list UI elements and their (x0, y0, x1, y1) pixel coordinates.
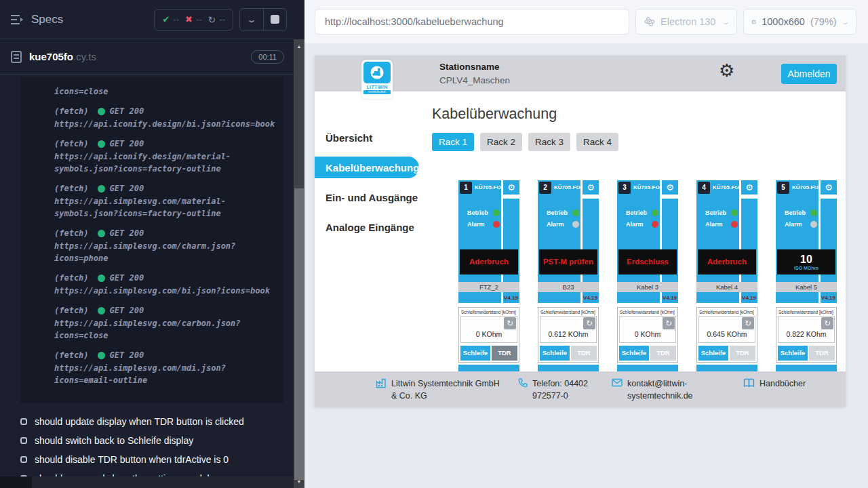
refresh-icon[interactable]: ↻ (583, 317, 595, 329)
url-input[interactable] (315, 9, 629, 35)
test-item[interactable]: should disable TDR button when tdrActive… (20, 450, 294, 469)
cable-name: FTZ_2 (458, 282, 519, 292)
test-title: should disable TDR button when tdrActive… (35, 454, 229, 465)
logo-subtext: SYSTEMTECHNIK (363, 90, 391, 94)
success-dot-icon (98, 140, 105, 148)
request-url: https://api.simplesvg.com/material-symbo… (54, 195, 279, 220)
tdr-button[interactable]: TDR (650, 346, 676, 361)
resistance-display: ↻0 KOhm (460, 316, 517, 343)
status-message: Aderbruch (469, 258, 509, 266)
test-stats: ✔-- ✖-- ↻-- (154, 9, 233, 30)
schleife-button[interactable]: Schleife (619, 346, 649, 361)
device-settings-gear-icon[interactable]: ⚙ (741, 180, 757, 195)
reporter-header: Specs ✔-- ✖-- ↻-- ⌄ (0, 0, 294, 39)
schleife-button[interactable]: Schleife (460, 346, 490, 361)
check-icon: ✔ (162, 14, 170, 24)
stop-icon (271, 15, 279, 24)
slot-number-badge: 3 (618, 182, 631, 194)
test-state-icon (20, 437, 27, 444)
cable-name: B23 (538, 282, 599, 292)
test-item[interactable]: should update display when TDR button is… (20, 412, 294, 431)
refresh-icon[interactable]: ↻ (742, 317, 754, 329)
device-settings-gear-icon[interactable]: ⚙ (662, 180, 678, 195)
network-log-entry: (fetch)GET 200https://api.simplesvg.com/… (54, 228, 279, 264)
schleife-button[interactable]: Schleife (778, 346, 808, 361)
resistance-value: 0 KOhm (620, 330, 675, 338)
device-model-label: KÜ705-FO (633, 184, 660, 190)
viewport-selector[interactable]: 1000x660 (79%) ⌄ (743, 9, 856, 35)
sidebar-item[interactable]: Kabelüberwachung (315, 157, 419, 178)
request-url: https://api.simplesvg.com/mdi.json?icons… (54, 362, 279, 386)
horizontal-scrollbar-thumb[interactable] (0, 476, 32, 488)
sidebar-item[interactable]: Ein- und Ausgänge (315, 186, 419, 208)
refresh-icon[interactable]: ↻ (504, 317, 516, 329)
browser-name: Electron 130 (660, 16, 715, 27)
betrieb-label: Betrieb (785, 209, 808, 216)
betrieb-label: Betrieb (705, 209, 729, 216)
resistance-display: ↻0.645 KOhm (698, 316, 755, 343)
specs-menu-icon[interactable] (11, 14, 24, 25)
collapse-button[interactable]: ⌄ (240, 9, 263, 30)
ruler-icon (752, 18, 756, 26)
tdr-button[interactable]: TDR (809, 346, 835, 361)
specs-label[interactable]: Specs (31, 13, 63, 26)
footer-manuals[interactable]: Handbücher (743, 378, 806, 390)
rack-tab[interactable]: Rack 1 (432, 133, 474, 151)
firmware-version: V4.19 (662, 292, 678, 303)
footer-phone: Telefon: 04402 972577-0 (518, 378, 597, 402)
sidebar-item[interactable]: Übersicht (315, 127, 419, 148)
reporter-vertical-scrollbar[interactable]: ▲ ▼ (294, 0, 304, 488)
resistance-display: ↻0 KOhm (619, 316, 676, 343)
rack-tab[interactable]: Rack 3 (528, 133, 570, 151)
sidebar-item[interactable]: Analoge Eingänge (315, 216, 419, 238)
network-log-entry: icons=close (54, 85, 279, 98)
stop-run-button[interactable] (263, 9, 286, 30)
http-status: GET 200 (110, 273, 144, 283)
refresh-icon[interactable]: ↻ (663, 317, 675, 329)
http-status: GET 200 (110, 106, 144, 116)
spec-file-row[interactable]: kue705fo.cy.ts 00:11 (0, 39, 294, 75)
device-card: 2KÜ705-FO⚙BetriebAlarmPST-M prüfenB23V4.… (538, 180, 599, 371)
http-status: GET 200 (110, 228, 144, 238)
settings-gear-icon[interactable]: ⚙ (719, 62, 734, 79)
fetch-prefix: (fetch) (54, 106, 89, 116)
book-icon (743, 378, 755, 388)
stat-failed: ✖-- (185, 14, 202, 24)
station-info: Stationsname CPLV4_Maschen (439, 62, 510, 85)
resistance-panel: Schleifenwiderstand [kOhm]↻0.612 KOhmSch… (538, 307, 599, 363)
horizontal-scrollbar[interactable] (0, 476, 294, 488)
device-settings-gear-icon[interactable]: ⚙ (583, 180, 599, 195)
resistance-panel: Schleifenwiderstand [kOhm]↻0 KOhmSchleif… (617, 307, 678, 363)
alarm-label: Alarm (626, 221, 650, 228)
scrollbar-thumb[interactable] (294, 188, 304, 480)
tdr-button[interactable]: TDR (730, 346, 755, 361)
device-settings-gear-icon[interactable]: ⚙ (821, 180, 837, 195)
logo-text: LITTWIN (363, 85, 391, 89)
status-message: Erdschluss (627, 258, 669, 266)
request-url: https://api.simplesvg.com/bi.json?icons=… (54, 285, 279, 297)
schleife-button[interactable]: Schleife (540, 346, 570, 361)
scroll-up-arrow-icon[interactable]: ▲ (294, 41, 304, 52)
refresh-icon[interactable]: ↻ (821, 317, 833, 329)
request-url: https://api.iconify.design/bi.json?icons… (54, 118, 279, 130)
test-item[interactable]: should switch back to Schleife display (20, 431, 294, 450)
chevron-down-icon: ⌄ (246, 15, 257, 24)
success-dot-icon (98, 185, 105, 192)
rack-tab[interactable]: Rack 2 (480, 133, 522, 151)
schleife-button[interactable]: Schleife (698, 346, 728, 361)
resistance-display: ↻0.612 KOhm (540, 316, 597, 343)
alarm-led (572, 221, 579, 228)
http-status: GET 200 (110, 306, 144, 315)
cypress-reporter-panel: Specs ✔-- ✖-- ↻-- ⌄ kue705fo.cy.ts 00:11… (0, 0, 294, 488)
footer-email: kontakt@littwin-systemtechnik.de (612, 378, 696, 402)
alarm-label: Alarm (547, 221, 570, 228)
status-message: Aderbruch (707, 258, 747, 266)
browser-selector[interactable]: Electron 130 ⌄ (635, 9, 737, 35)
rack-tab[interactable]: Rack 4 (576, 133, 618, 151)
success-dot-icon (98, 352, 105, 359)
logout-button[interactable]: Abmelden (781, 64, 837, 84)
scroll-down-arrow-icon[interactable]: ▼ (294, 476, 304, 487)
tdr-button[interactable]: TDR (492, 346, 517, 361)
tdr-button[interactable]: TDR (571, 346, 597, 361)
device-settings-gear-icon[interactable]: ⚙ (503, 180, 519, 195)
